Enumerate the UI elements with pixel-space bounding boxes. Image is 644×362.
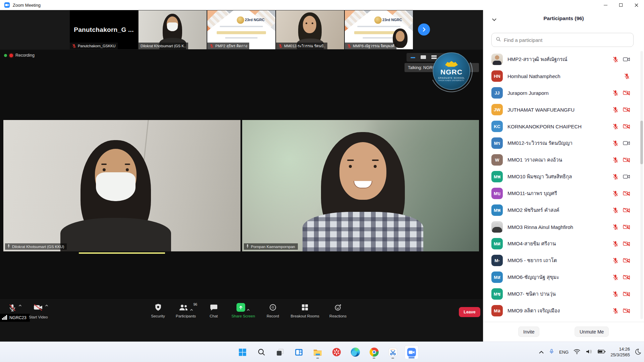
participant-row[interactable]: KCKORNKANOKPORN CHAIPECH bbox=[483, 118, 639, 135]
tray-date: 25/3/2565 bbox=[610, 352, 630, 358]
volume-icon[interactable] bbox=[585, 349, 593, 356]
participants-list: HMP2-สราวุฒิ พงศ์ณัฐกรณ์HNHomhual Natham… bbox=[483, 51, 639, 319]
participant-row[interactable]: WMMO1 วรางคณา คงอ้วน bbox=[483, 152, 639, 168]
participant-name: MMO3 Rinna Ainul Maghfiroh bbox=[507, 224, 607, 230]
participant-row[interactable]: MบMMO11-นภาพร บุญศรี bbox=[483, 185, 639, 202]
mic-muted-icon bbox=[612, 207, 619, 214]
tray-mic-icon[interactable] bbox=[549, 348, 554, 356]
mic-muted-icon bbox=[612, 173, 619, 180]
thumbnail-name-label: MMP8-ณัฐวรรณ จิตนุพงศ์ bbox=[345, 43, 396, 49]
main-video-pornpan: Pornpan Kaenampornpan bbox=[242, 120, 479, 251]
video-thumbnail[interactable]: Dilokrat Khotsumart (GS K.. bbox=[139, 10, 207, 49]
snipping-tool-icon[interactable] bbox=[386, 345, 400, 359]
participant-row[interactable]: HMP2-สราวุฒิ พงศ์ณัฐกรณ์ bbox=[483, 51, 639, 68]
participant-name: Juraporn Juraporn bbox=[507, 90, 607, 96]
participant-row[interactable]: MชMMO7- ชนิตา ปานวุ่น bbox=[483, 286, 639, 302]
participants-title: Participants (96) bbox=[483, 15, 644, 21]
toolbar-reactions[interactable]: Reactions bbox=[329, 303, 346, 318]
toolbar-breakout-rooms[interactable]: Breakout Rooms bbox=[290, 303, 319, 318]
widgets-icon[interactable] bbox=[292, 345, 306, 359]
file-explorer-icon[interactable] bbox=[311, 345, 325, 359]
next-page-button[interactable] bbox=[418, 23, 430, 36]
participant-row[interactable]: MลMMO9 ลลิตา เจริญเมือง bbox=[483, 302, 639, 319]
search-box[interactable] bbox=[491, 33, 634, 47]
participant-name: MMO4-สายขิม ศรีงาน bbox=[507, 240, 607, 248]
toolbar-record[interactable]: Record bbox=[265, 303, 280, 318]
video-thumbnail[interactable]: Panutchakorn_G ...Panutchakorn_GSKKU bbox=[70, 10, 138, 49]
panel-scrollbar[interactable] bbox=[640, 51, 643, 319]
battery-charging-icon[interactable] bbox=[597, 349, 606, 356]
system-tray: ENG 14:26 25/3/2565 bbox=[539, 342, 641, 362]
participant-row[interactable]: MศMMO4-สายขิม ศรีงาน bbox=[483, 235, 639, 252]
thumbnail-name-label: Dilokrat Khotsumart (GS K.. bbox=[139, 43, 188, 49]
people-icon bbox=[178, 303, 189, 312]
participant-row[interactable]: MสMMO6-ชัญญานัฐ สุขุมะ bbox=[483, 269, 639, 286]
start-video-button[interactable] bbox=[33, 303, 48, 312]
scrollbar-thumb[interactable] bbox=[640, 121, 643, 164]
tray-chevron-up-icon[interactable] bbox=[539, 349, 544, 355]
participant-row[interactable]: MรMM012-ระวิวรรณ รัตนปัญญา bbox=[483, 135, 639, 152]
conference-seal-icon bbox=[374, 16, 381, 24]
mic-muted-icon bbox=[72, 44, 76, 48]
record-icon bbox=[269, 303, 277, 312]
toolbar-chat[interactable]: Chat bbox=[206, 303, 221, 318]
avatar: Mร bbox=[491, 137, 503, 149]
start-icon[interactable] bbox=[235, 345, 250, 359]
mic-muted-icon bbox=[347, 44, 352, 48]
video-name-tag: Pornpan Kaenampornpan bbox=[244, 243, 298, 250]
invite-button[interactable]: Invite bbox=[518, 326, 539, 337]
video-on-icon bbox=[623, 56, 630, 62]
avatar: Mพ bbox=[491, 204, 503, 216]
close-button[interactable] bbox=[629, 0, 644, 10]
meeting-area: Panutchakorn_G ...Panutchakorn_GSKKUDilo… bbox=[0, 10, 483, 342]
wifi-icon[interactable] bbox=[573, 349, 581, 356]
task-view-icon[interactable] bbox=[273, 345, 287, 359]
video-off-icon bbox=[623, 291, 630, 297]
search-input[interactable] bbox=[504, 37, 629, 43]
conference-seal-icon bbox=[236, 16, 244, 24]
unmute-me-button[interactable]: Unmute Me bbox=[575, 326, 609, 337]
toolbar-participants[interactable]: Participants96 bbox=[176, 303, 196, 318]
video-participant-name: Dilokrat Khotsumart (GS KKU) bbox=[12, 245, 64, 249]
participant-row[interactable]: JWJUTHAMAT WANFUEANGFU bbox=[483, 101, 639, 118]
mic-muted-icon bbox=[612, 291, 619, 297]
participant-row[interactable]: JJJuraporn Juraporn bbox=[483, 84, 639, 101]
participant-row[interactable]: MพMMO2 พัชรินทร์ คำสงค์ bbox=[483, 202, 639, 219]
focus-assist-moon-icon[interactable] bbox=[635, 348, 641, 356]
edge-icon[interactable] bbox=[348, 345, 362, 359]
mic-muted-icon bbox=[8, 303, 17, 312]
video-thumbnail[interactable]: MM012-ระวิวรรณ รัตนบั.. bbox=[276, 10, 344, 49]
leave-button[interactable]: Leave bbox=[459, 307, 480, 317]
avatar: Mส bbox=[491, 272, 503, 283]
maximize-button[interactable] bbox=[613, 0, 629, 10]
chevron-up-icon bbox=[18, 304, 22, 307]
clock[interactable]: 14:26 25/3/2565 bbox=[610, 347, 630, 358]
search-icon[interactable] bbox=[254, 345, 268, 359]
video-on-icon bbox=[623, 140, 630, 146]
mute-button[interactable] bbox=[8, 303, 22, 312]
language-indicator[interactable]: ENG bbox=[559, 350, 569, 355]
speaker-view-icon[interactable] bbox=[411, 54, 415, 60]
zoom-icon[interactable] bbox=[405, 345, 419, 359]
chrome-icon[interactable] bbox=[367, 345, 381, 359]
chevron-up-icon[interactable] bbox=[247, 306, 250, 312]
chevron-up-icon bbox=[45, 304, 48, 307]
mic-muted-icon bbox=[612, 257, 619, 264]
minimize-button[interactable] bbox=[598, 0, 613, 10]
video-thumbnail[interactable]: 23rd NGRCMMP8-ณัฐวรรณ จิตนุพงศ์ bbox=[345, 10, 413, 49]
toolbar-share-screen[interactable]: Share Screen bbox=[231, 303, 255, 318]
participant-row[interactable]: M-MMO5 - ชยากร เถาโต bbox=[483, 252, 639, 269]
participant-name: MMO6-ชัญญานัฐ สุขุมะ bbox=[507, 273, 607, 281]
participant-row[interactable]: MพMMO10 พิมชญา วิเศษสิทธิกุล bbox=[483, 168, 639, 185]
video-off-icon bbox=[623, 157, 630, 163]
single-view-icon[interactable] bbox=[421, 54, 426, 60]
participant-name: KORNKANOKPORN CHAIPECH bbox=[507, 124, 607, 129]
participant-name: MMO10 พิมชญา วิเศษสิทธิกุล bbox=[507, 173, 607, 181]
participant-row[interactable]: HNHomhual Nathamphech bbox=[483, 68, 639, 84]
red-app-icon[interactable] bbox=[329, 345, 343, 359]
toolbar-security[interactable]: Security bbox=[150, 303, 166, 318]
recording-dot-icon bbox=[9, 54, 13, 57]
participant-row[interactable]: MMO3 Rinna Ainul Maghfiroh bbox=[483, 219, 639, 235]
chevron-up-icon[interactable] bbox=[190, 306, 193, 312]
video-thumbnail[interactable]: 23rd NGRCPMP2 สุธิพร คิดกาง bbox=[207, 10, 275, 49]
